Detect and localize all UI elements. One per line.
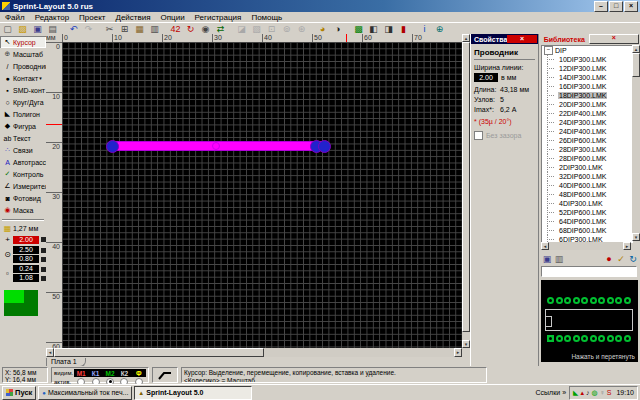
tray-icon[interactable]: ◣ xyxy=(573,389,578,396)
scroll-left-icon[interactable]: ◂ xyxy=(541,242,549,250)
layer-toggle[interactable]: М1 xyxy=(74,370,88,377)
library-item[interactable]: 64DIP600.LMK xyxy=(542,217,632,226)
toolbar-button-icon[interactable]: ▧ xyxy=(249,24,264,35)
window-control-button[interactable]: × xyxy=(624,1,638,12)
tool-item[interactable]: ○ Круг/Дуга xyxy=(0,96,46,108)
tool-item[interactable]: ▪ SMD-конт xyxy=(0,84,46,96)
library-item[interactable]: 26DIP600.LMK xyxy=(542,136,632,145)
trace-mid-node[interactable] xyxy=(212,142,220,150)
library-item-label[interactable]: 16DIP300.LMK xyxy=(558,83,607,90)
toolbar-button-icon[interactable]: ⊡ xyxy=(264,24,279,35)
library-item-label[interactable]: 24DIP400.LMK xyxy=(558,128,607,135)
library-item-label[interactable]: 26DIP600.LMK xyxy=(558,137,607,144)
pcb-canvas[interactable] xyxy=(62,42,462,348)
scrollbar-thumb[interactable] xyxy=(54,348,264,357)
library-item-label[interactable]: 2DIP300.LMK xyxy=(558,164,604,171)
toolbar-button-icon[interactable]: ⊕ xyxy=(432,24,447,35)
library-tree[interactable]: − DIP 10DIP300.LMK 12DIP300.LMK 14DIP300… xyxy=(541,45,633,243)
tray-icon[interactable]: ♪ xyxy=(586,389,590,396)
tool-item[interactable]: A Автотрасса xyxy=(0,156,46,168)
layer-color-swatch[interactable] xyxy=(4,290,38,316)
toolbar-button-icon[interactable]: ⊛ xyxy=(294,24,309,35)
library-item-label[interactable]: 52DIP600.LMK xyxy=(558,209,607,216)
track-width-value[interactable]: 2.00 xyxy=(13,236,39,244)
menu-item[interactable]: Опции xyxy=(156,13,190,22)
library-tool-icon[interactable]: ▣ xyxy=(541,254,553,264)
toolbar-button-icon[interactable]: ◪ xyxy=(234,24,249,35)
toolbar-button-icon[interactable]: ↻ xyxy=(183,24,198,35)
trace-node[interactable] xyxy=(106,140,119,153)
tool-item[interactable]: ∠ Измеритель xyxy=(0,180,46,192)
tool-item[interactable]: ◙ Фотовид xyxy=(0,192,46,204)
library-tool-icon[interactable]: ● xyxy=(603,254,615,264)
library-item[interactable]: 40DIP600.LMK xyxy=(542,181,632,190)
library-item[interactable]: 68DIP600.LMK xyxy=(542,226,632,235)
toolbar-button-icon[interactable]: ◨ xyxy=(381,24,396,35)
window-control-button[interactable]: – xyxy=(594,1,608,12)
menu-item[interactable]: Действия xyxy=(110,13,155,22)
library-item[interactable]: 52DIP600.LMK xyxy=(542,208,632,217)
menu-item[interactable]: Редактор xyxy=(30,13,74,22)
library-item[interactable]: 24DIP400.LMK xyxy=(542,127,632,136)
library-item-label[interactable]: 10DIP300.LMK xyxy=(558,56,607,63)
library-item-label[interactable]: 20DIP300.LMK xyxy=(558,101,607,108)
toolbar-button-icon[interactable]: ◉ xyxy=(198,24,213,35)
library-item-label[interactable]: 28DIP600.LMK xyxy=(558,155,607,162)
library-root-node[interactable]: − DIP xyxy=(542,46,632,55)
layer-toggle[interactable]: М2 xyxy=(103,370,117,377)
library-item-label[interactable]: 24DIP300.LMK xyxy=(558,119,607,126)
library-item-label[interactable]: 12DIP300.LMK xyxy=(558,65,607,72)
toolbar-button-icon[interactable]: ◕ xyxy=(315,24,330,35)
tool-item[interactable]: ab Текст xyxy=(0,132,46,144)
tray-icon[interactable]: ♀ xyxy=(600,389,605,396)
tray-icon[interactable]: ▴ xyxy=(580,389,584,396)
library-item[interactable]: 48DIP600.LMK xyxy=(542,190,632,199)
library-item[interactable]: 4DIP300.LMK xyxy=(542,199,632,208)
scroll-left-icon[interactable]: ◂ xyxy=(46,348,54,357)
library-search-input[interactable] xyxy=(541,266,637,277)
smd-height-value[interactable]: 1.08 xyxy=(13,274,39,282)
scrollbar-thumb[interactable] xyxy=(632,53,640,77)
chevron-icon[interactable]: » xyxy=(562,389,566,396)
toolbar-button-icon[interactable]: ▤ xyxy=(45,24,60,35)
toolbar-button-icon[interactable]: ▮ xyxy=(396,24,411,35)
library-vertical-scrollbar[interactable]: ▴ ▾ xyxy=(632,45,640,241)
toolbar-button-icon[interactable]: ▦ xyxy=(132,24,147,35)
library-item[interactable]: 22DIP400.LMK xyxy=(542,109,632,118)
window-control-button[interactable]: □ xyxy=(609,1,623,12)
collapse-icon[interactable]: − xyxy=(544,46,553,55)
toolbar-button-icon[interactable]: ▣ xyxy=(30,24,45,35)
library-item[interactable]: 28DIP600.LMK xyxy=(542,154,632,163)
library-item[interactable]: 16DIP300.LMK xyxy=(542,82,632,91)
library-tool-icon[interactable]: ▥ xyxy=(553,254,565,264)
library-item-label[interactable]: 32DIP600.LMK xyxy=(558,173,607,180)
library-item-label[interactable]: 28DIP300.LMK xyxy=(558,146,607,153)
toolbar-button-icon[interactable]: ◑ xyxy=(330,24,345,35)
scroll-down-icon[interactable]: ▾ xyxy=(462,340,470,348)
close-icon[interactable]: × xyxy=(507,35,537,43)
menu-item[interactable]: Файл xyxy=(0,13,30,22)
toolbar-button-icon[interactable]: ↷ xyxy=(81,24,96,35)
pad-diameter-value[interactable]: 2.50 xyxy=(13,246,39,254)
toolbar-button-icon[interactable]: ⊞ xyxy=(117,24,132,35)
smd-width-value[interactable]: 0.24 xyxy=(13,265,39,273)
toolbar-button-icon[interactable]: ↶ xyxy=(66,24,81,35)
tool-item[interactable]: / Проводник xyxy=(0,60,46,72)
tool-item[interactable]: ✓ Контроль xyxy=(0,168,46,180)
layer-toggle[interactable]: Ф xyxy=(132,370,146,377)
tool-item[interactable]: ∴ Связи xyxy=(0,144,46,156)
tool-item[interactable]: ◉ Маска xyxy=(0,204,46,216)
library-item-label[interactable]: 4DIP300.LMK xyxy=(558,200,604,207)
library-item-label[interactable]: 22DIP400.LMK xyxy=(558,110,607,117)
library-item-label[interactable]: 14DIP300.LMK xyxy=(558,74,607,81)
pad-hole-value[interactable]: 0.80 xyxy=(13,255,39,263)
library-item[interactable]: 32DIP600.LMK xyxy=(542,172,632,181)
library-item[interactable]: 20DIP300.LMK xyxy=(542,100,632,109)
toolbar-button-icon[interactable]: ⇄ xyxy=(213,24,228,35)
library-item[interactable]: 24DIP300.LMK xyxy=(542,118,632,127)
toolbar-button-icon[interactable]: ▨ xyxy=(15,24,30,35)
menu-item[interactable]: Помощь xyxy=(246,13,287,22)
tool-item[interactable]: ⊕ Масштаб xyxy=(0,48,46,60)
tray-icon[interactable]: ◍ xyxy=(591,389,597,396)
menu-item[interactable]: Регистрация xyxy=(190,13,247,22)
